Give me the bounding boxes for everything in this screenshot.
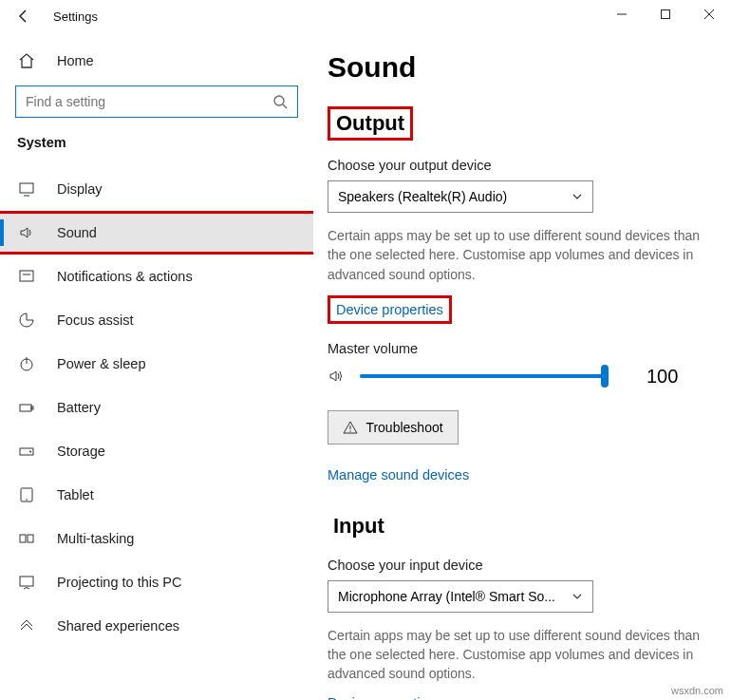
input-device-properties-link[interactable]: Device properties [328,695,435,700]
svg-rect-11 [31,407,33,409]
sidebar-item-multitasking[interactable]: Multi-tasking [0,517,313,560]
svg-point-2 [274,96,284,105]
nav-label: Multi-tasking [57,531,134,546]
volume-icon [328,368,347,385]
output-device-properties-link[interactable]: Device properties [328,295,452,324]
back-button[interactable] [13,6,34,27]
search-box[interactable] [15,85,298,118]
nav-label: Notifications & actions [57,269,193,284]
power-icon [17,354,36,373]
sidebar-item-projecting[interactable]: Projecting to this PC [0,560,313,604]
chevron-down-icon [572,191,583,202]
nav-label: Sound [57,225,97,240]
svg-rect-17 [28,535,33,542]
home-icon [17,51,36,70]
volume-row: 100 [328,366,707,388]
nav-label: Tablet [57,487,94,502]
display-icon [17,180,36,199]
sidebar-item-storage[interactable]: Storage [0,429,313,473]
multitasking-icon [17,529,36,548]
svg-point-15 [26,499,28,501]
svg-rect-1 [662,10,670,19]
volume-value: 100 [647,366,678,388]
storage-icon [17,442,36,461]
window-title: Settings [53,9,98,24]
sidebar-item-power[interactable]: Power & sleep [0,342,313,386]
projecting-icon [17,573,36,592]
sidebar-item-display[interactable]: Display [0,167,313,211]
home-label: Home [57,53,94,68]
svg-rect-4 [20,183,33,193]
window-controls [600,0,731,28]
output-device-value: Speakers (Realtek(R) Audio) [338,189,507,204]
output-heading: Output [328,106,413,141]
section-label: System [0,135,313,150]
nav-label: Power & sleep [57,356,146,371]
nav-label: Battery [57,400,101,415]
svg-line-3 [283,104,287,108]
home-nav[interactable]: Home [0,42,313,80]
sidebar-item-battery[interactable]: Battery [0,386,313,429]
tablet-icon [17,485,36,504]
nav-label: Storage [57,444,105,459]
search-input[interactable] [26,94,272,109]
troubleshoot-button[interactable]: Troubleshoot [328,410,459,445]
svg-rect-6 [20,271,33,281]
nav-label: Shared experiences [57,618,179,634]
sidebar-item-shared[interactable]: Shared experiences [0,604,313,648]
sidebar-item-notifications[interactable]: Notifications & actions [0,255,313,298]
maximize-button[interactable] [644,0,687,28]
sidebar-item-sound[interactable]: Sound [0,211,313,255]
watermark: wsxdn.com [671,685,723,696]
input-device-value: Microphone Array (Intel® Smart So... [338,589,555,604]
troubleshoot-label: Troubleshoot [366,420,442,435]
nav-label: Focus assist [57,312,134,328]
warning-icon [343,420,358,435]
svg-point-20 [350,430,351,431]
output-device-dropdown[interactable]: Speakers (Realtek(R) Audio) [328,180,593,213]
output-choose-label: Choose your output device [328,158,707,173]
chevron-down-icon [572,591,583,602]
output-hint: Certain apps may be set up to use differ… [328,226,707,284]
page-title: Sound [328,51,707,84]
minimize-button[interactable] [600,0,644,28]
search-icon [272,94,288,109]
focus-icon [17,311,36,330]
close-button[interactable] [687,0,731,28]
volume-slider[interactable] [360,374,605,378]
input-heading: Input [328,512,390,540]
nav-label: Display [57,181,103,197]
main-panel: Sound Output Choose your output device S… [313,32,731,700]
input-device-dropdown[interactable]: Microphone Array (Intel® Smart So... [328,580,593,613]
svg-rect-10 [20,405,31,411]
svg-rect-18 [20,577,33,586]
manage-sound-link[interactable]: Manage sound devices [328,467,469,482]
sidebar-item-focus[interactable]: Focus assist [0,298,313,342]
svg-rect-16 [20,535,26,542]
sidebar-item-tablet[interactable]: Tablet [0,473,313,517]
nav-label: Projecting to this PC [57,575,181,590]
battery-icon [17,398,36,417]
input-hint: Certain apps may be set up to use differ… [328,626,707,684]
master-volume-label: Master volume [328,341,707,356]
sidebar: Home System Display Sound Notifications … [0,32,313,700]
input-choose-label: Choose your input device [328,558,707,573]
notifications-icon [17,267,36,286]
svg-point-13 [29,451,31,453]
sound-icon [17,223,36,242]
slider-thumb[interactable] [601,365,609,388]
shared-icon [17,616,36,635]
